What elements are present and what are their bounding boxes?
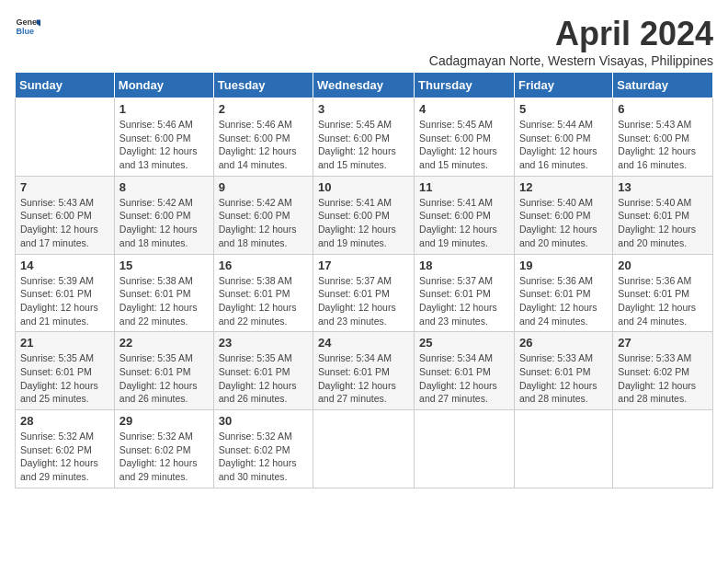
day-info: Sunrise: 5:33 AMSunset: 6:02 PMDaylight:… [618, 351, 708, 406]
day-info: Sunrise: 5:36 AMSunset: 6:01 PMDaylight:… [519, 274, 608, 328]
calendar-cell: 29Sunrise: 5:32 AMSunset: 6:02 PMDayligh… [114, 410, 213, 488]
day-info: Sunrise: 5:39 AMSunset: 6:01 PMDaylight:… [20, 274, 109, 328]
day-number: 24 [318, 336, 409, 350]
day-info: Sunrise: 5:34 AMSunset: 6:01 PMDaylight:… [419, 351, 509, 406]
day-number: 19 [519, 259, 608, 272]
day-number: 29 [119, 414, 209, 428]
day-number: 5 [519, 102, 608, 116]
calendar-cell: 21Sunrise: 5:35 AMSunset: 6:01 PMDayligh… [16, 332, 115, 410]
calendar-cell: 11Sunrise: 5:41 AMSunset: 6:00 PMDayligh… [415, 176, 515, 254]
weekday-header-saturday: Saturday [613, 73, 713, 98]
day-number: 30 [219, 414, 308, 428]
calendar-cell [313, 410, 415, 488]
week-row-1: 1Sunrise: 5:46 AMSunset: 6:00 PMDaylight… [16, 98, 713, 177]
day-number: 26 [519, 336, 608, 350]
day-info: Sunrise: 5:46 AMSunset: 6:00 PMDaylight:… [119, 118, 209, 172]
day-number: 28 [20, 414, 109, 428]
day-info: Sunrise: 5:42 AMSunset: 6:00 PMDaylight:… [219, 196, 308, 250]
calendar-cell: 23Sunrise: 5:35 AMSunset: 6:01 PMDayligh… [213, 332, 313, 410]
day-info: Sunrise: 5:32 AMSunset: 6:02 PMDaylight:… [219, 430, 308, 484]
day-number: 9 [219, 180, 308, 194]
day-number: 20 [618, 259, 708, 272]
day-info: Sunrise: 5:37 AMSunset: 6:01 PMDaylight:… [419, 274, 509, 328]
day-number: 10 [318, 180, 409, 194]
page-header: General Blue April 2024 Cadagmayan Norte… [15, 15, 713, 68]
day-info: Sunrise: 5:36 AMSunset: 6:01 PMDaylight:… [618, 274, 708, 328]
day-info: Sunrise: 5:35 AMSunset: 6:01 PMDaylight:… [20, 351, 109, 406]
week-row-4: 21Sunrise: 5:35 AMSunset: 6:01 PMDayligh… [16, 332, 713, 410]
calendar-cell: 5Sunrise: 5:44 AMSunset: 6:00 PMDaylight… [514, 98, 612, 177]
calendar-cell: 15Sunrise: 5:38 AMSunset: 6:01 PMDayligh… [114, 254, 213, 332]
day-number: 17 [318, 259, 409, 272]
week-row-3: 14Sunrise: 5:39 AMSunset: 6:01 PMDayligh… [16, 254, 713, 332]
calendar-cell: 24Sunrise: 5:34 AMSunset: 6:01 PMDayligh… [313, 332, 415, 410]
calendar-cell: 13Sunrise: 5:40 AMSunset: 6:01 PMDayligh… [613, 176, 713, 254]
day-number: 23 [219, 336, 308, 350]
day-info: Sunrise: 5:38 AMSunset: 6:01 PMDaylight:… [219, 274, 308, 328]
calendar-cell: 3Sunrise: 5:45 AMSunset: 6:00 PMDaylight… [313, 98, 415, 177]
calendar-cell: 1Sunrise: 5:46 AMSunset: 6:00 PMDaylight… [114, 98, 213, 177]
day-number: 2 [219, 102, 308, 116]
calendar-cell: 26Sunrise: 5:33 AMSunset: 6:01 PMDayligh… [514, 332, 612, 410]
day-info: Sunrise: 5:44 AMSunset: 6:00 PMDaylight:… [519, 118, 608, 172]
calendar-cell: 2Sunrise: 5:46 AMSunset: 6:00 PMDaylight… [213, 98, 313, 177]
generalblue-logo-icon: General Blue [15, 15, 40, 40]
day-info: Sunrise: 5:41 AMSunset: 6:00 PMDaylight:… [419, 196, 509, 250]
day-info: Sunrise: 5:43 AMSunset: 6:00 PMDaylight:… [20, 196, 109, 250]
weekday-header-tuesday: Tuesday [213, 73, 313, 98]
day-info: Sunrise: 5:42 AMSunset: 6:00 PMDaylight:… [119, 196, 209, 250]
day-info: Sunrise: 5:40 AMSunset: 6:00 PMDaylight:… [519, 196, 608, 250]
calendar-cell: 18Sunrise: 5:37 AMSunset: 6:01 PMDayligh… [415, 254, 515, 332]
calendar-cell: 25Sunrise: 5:34 AMSunset: 6:01 PMDayligh… [415, 332, 515, 410]
day-info: Sunrise: 5:35 AMSunset: 6:01 PMDaylight:… [219, 351, 308, 406]
day-number: 18 [419, 259, 509, 272]
day-number: 8 [119, 180, 209, 194]
day-number: 1 [119, 102, 209, 116]
day-info: Sunrise: 5:32 AMSunset: 6:02 PMDaylight:… [119, 430, 209, 484]
weekday-header-friday: Friday [514, 73, 612, 98]
svg-text:Blue: Blue [16, 27, 34, 36]
calendar-cell [613, 410, 713, 488]
day-number: 7 [20, 180, 109, 194]
calendar-cell: 7Sunrise: 5:43 AMSunset: 6:00 PMDaylight… [16, 176, 115, 254]
day-info: Sunrise: 5:32 AMSunset: 6:02 PMDaylight:… [20, 430, 109, 484]
day-number: 14 [20, 259, 109, 272]
calendar-cell: 6Sunrise: 5:43 AMSunset: 6:00 PMDaylight… [613, 98, 713, 177]
calendar-cell: 14Sunrise: 5:39 AMSunset: 6:01 PMDayligh… [16, 254, 115, 332]
day-info: Sunrise: 5:45 AMSunset: 6:00 PMDaylight:… [419, 118, 509, 172]
calendar-cell: 17Sunrise: 5:37 AMSunset: 6:01 PMDayligh… [313, 254, 415, 332]
calendar-cell: 16Sunrise: 5:38 AMSunset: 6:01 PMDayligh… [213, 254, 313, 332]
calendar-cell: 20Sunrise: 5:36 AMSunset: 6:01 PMDayligh… [613, 254, 713, 332]
calendar-cell: 28Sunrise: 5:32 AMSunset: 6:02 PMDayligh… [16, 410, 115, 488]
location-subtitle: Cadagmayan Norte, Western Visayas, Phili… [429, 53, 713, 68]
weekday-header-sunday: Sunday [16, 73, 115, 98]
day-number: 25 [419, 336, 509, 350]
calendar-cell: 27Sunrise: 5:33 AMSunset: 6:02 PMDayligh… [613, 332, 713, 410]
day-info: Sunrise: 5:33 AMSunset: 6:01 PMDaylight:… [519, 351, 608, 406]
day-info: Sunrise: 5:41 AMSunset: 6:00 PMDaylight:… [318, 196, 409, 250]
day-number: 16 [219, 259, 308, 272]
day-number: 11 [419, 180, 509, 194]
day-info: Sunrise: 5:43 AMSunset: 6:00 PMDaylight:… [618, 118, 708, 172]
weekday-header-monday: Monday [114, 73, 213, 98]
day-number: 3 [318, 102, 409, 116]
day-number: 6 [618, 102, 708, 116]
week-row-2: 7Sunrise: 5:43 AMSunset: 6:00 PMDaylight… [16, 176, 713, 254]
calendar-cell [16, 98, 115, 177]
calendar-cell: 9Sunrise: 5:42 AMSunset: 6:00 PMDaylight… [213, 176, 313, 254]
day-info: Sunrise: 5:38 AMSunset: 6:01 PMDaylight:… [119, 274, 209, 328]
day-number: 15 [119, 259, 209, 272]
calendar-cell [415, 410, 515, 488]
calendar-table: SundayMondayTuesdayWednesdayThursdayFrid… [15, 72, 713, 488]
logo: General Blue [15, 15, 40, 40]
day-info: Sunrise: 5:35 AMSunset: 6:01 PMDaylight:… [119, 351, 209, 406]
day-number: 21 [20, 336, 109, 350]
week-row-5: 28Sunrise: 5:32 AMSunset: 6:02 PMDayligh… [16, 410, 713, 488]
calendar-cell: 19Sunrise: 5:36 AMSunset: 6:01 PMDayligh… [514, 254, 612, 332]
day-number: 22 [119, 336, 209, 350]
calendar-cell [514, 410, 612, 488]
day-number: 12 [519, 180, 608, 194]
day-info: Sunrise: 5:40 AMSunset: 6:01 PMDaylight:… [618, 196, 708, 250]
calendar-cell: 8Sunrise: 5:42 AMSunset: 6:00 PMDaylight… [114, 176, 213, 254]
day-number: 13 [618, 180, 708, 194]
